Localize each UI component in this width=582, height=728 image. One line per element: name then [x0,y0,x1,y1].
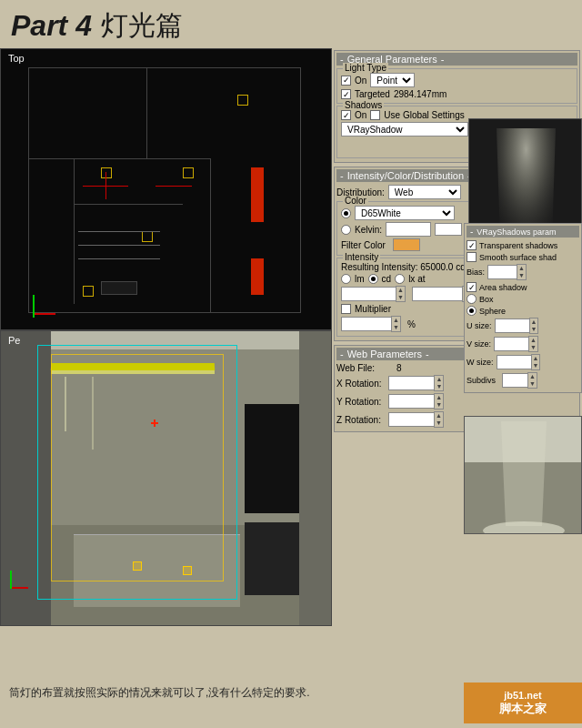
y-rotation-input[interactable]: 0.0 [388,394,434,409]
kelvin-swatch[interactable] [435,223,462,236]
multiplier-label: Multiplier [355,304,391,314]
smooth-checkbox[interactable] [467,252,477,262]
smooth-label: Smooth surface shad [479,253,557,262]
box-row: Box [467,294,579,304]
x-rotation-spinbox[interactable]: 0.0 ▲ ▼ [388,375,444,391]
v-size-spinbox[interactable]: 50.0mm ▲ ▼ [494,336,538,352]
shadows-label: Shadows [343,100,384,110]
bottom-preview-svg [465,417,582,534]
header: Part 4 灯光篇 [0,0,582,48]
u-down[interactable]: ▼ [530,326,538,333]
color-preset-radio[interactable] [341,208,351,218]
y-rotation-spinbox[interactable]: 0.0 ▲ ▼ [388,393,444,410]
area-shadow-row: Area shadow [467,282,579,292]
on-checkbox[interactable] [341,76,351,86]
intensity-input[interactable]: 65000.0 [341,287,396,301]
subdivs-down[interactable]: ▼ [528,380,537,388]
subdivs-spinbox[interactable]: 15 ▲ ▼ [502,372,537,389]
intensity-group-label: Intensity [343,252,380,262]
area-shadow-label: Area shadow [479,283,527,292]
kelvin-radio[interactable] [341,225,351,235]
bottom-viewport[interactable]: Pe [0,330,332,626]
logo-line2: 脚本之家 [499,701,547,717]
left-panel: Top [0,48,332,713]
bottom-text: 筒灯的布置就按照实际的情况来就可以了,没有什么特定的要求. [9,685,455,701]
web-file-value: 8 [396,363,402,373]
v-size-input[interactable]: 50.0mm [494,337,528,351]
intensity-up[interactable]: ▲ [396,287,405,294]
subdivs-up[interactable]: ▲ [528,373,537,380]
x-rotation-input[interactable]: 0.0 [388,376,434,390]
u-size-row: U size: 50.0mm ▲ ▼ [467,318,579,334]
filter-swatch[interactable] [393,238,420,251]
yrot-up[interactable]: ▲ [435,394,443,401]
box-radio[interactable] [467,294,477,304]
sphere-radio[interactable] [467,306,477,316]
subdivs-label: Subdivs [467,376,496,385]
bottom-preview [464,416,582,534]
multiplier-input[interactable]: 100.0 [341,317,391,331]
mult-down[interactable]: ▼ [392,324,400,331]
intensity-title: Intensity/Color/Distribution [347,170,464,181]
zrot-down[interactable]: ▼ [435,420,443,427]
lxat-radio[interactable] [395,274,405,284]
top-viewport[interactable]: Top [0,48,332,330]
multiplier-checkbox[interactable] [341,304,351,314]
percent-label: % [407,319,416,329]
web-file-label: Web File: [336,363,375,373]
yrot-down[interactable]: ▼ [435,401,443,409]
w-size-spinbox[interactable]: 50.0mm ▲ ▼ [497,354,541,370]
sphere-label: Sphere [479,307,506,316]
cd-radio[interactable] [368,274,378,284]
v-up[interactable]: ▲ [529,337,537,344]
v-size-label: V size: [467,339,491,349]
u-size-spinbox[interactable]: 50.0mm ▲ ▼ [495,318,539,334]
resulting-label: Resulting Intensity: 65000.0 cd [341,262,466,272]
intensity-down[interactable]: ▼ [396,294,405,301]
u-size-input[interactable]: 50.0mm [495,318,529,333]
vray-shadows-title: VRayShadows param [477,228,556,237]
kelvin-input[interactable]: 3600.0 [386,222,431,237]
intensity-spinbox[interactable]: 65000.0 ▲ ▼ [341,286,406,302]
at-spinbox[interactable]: 1000.0mr ▲ ▼ [412,286,472,302]
z-rotation-input[interactable]: 0.0 [388,412,434,427]
filter-label: Filter Color [341,240,386,250]
part-label: Part 4 [11,9,92,43]
xrot-up[interactable]: ▲ [435,376,443,383]
use-global-checkbox[interactable] [370,110,380,120]
color-preset-select[interactable]: D65White [355,206,455,220]
mult-up[interactable]: ▲ [392,317,400,324]
transparent-label: Transparent shadows [479,241,557,250]
title-cn: 灯光篇 [101,7,183,45]
at-input[interactable]: 1000.0mr [412,287,462,301]
w-up[interactable]: ▲ [532,355,540,362]
targeted-checkbox[interactable] [341,89,351,99]
targeted-value: 2984.147mm [394,89,447,99]
xrot-down[interactable]: ▼ [435,383,443,390]
shadow-type-select[interactable]: VRayShadow [341,122,468,136]
w-size-input[interactable]: 50.0mm [497,355,531,369]
area-shadow-checkbox[interactable] [467,282,477,292]
bias-down[interactable]: ▼ [517,272,526,279]
logo: jb51.net 脚本之家 [464,682,582,723]
z-rotation-spinbox[interactable]: 0.0 ▲ ▼ [388,411,444,428]
subdivs-input[interactable]: 15 [502,373,527,388]
shadows-on-checkbox[interactable] [341,110,351,120]
lm-label: lm [355,274,365,284]
w-size-row: W size: 50.0mm ▲ ▼ [467,354,579,370]
v-down[interactable]: ▼ [529,344,537,351]
bias-spinbox[interactable]: 0.2 ▲ ▼ [487,264,527,280]
lm-radio[interactable] [341,274,351,284]
multiplier-spinbox[interactable]: 100.0 ▲ ▼ [341,316,401,332]
bias-input[interactable]: 0.2 [487,265,517,279]
transparent-checkbox[interactable] [467,240,477,250]
transparent-row: Transparent shadows [467,240,579,250]
w-down[interactable]: ▼ [532,362,540,369]
light-type-select[interactable]: Point [370,73,415,87]
smooth-row: Smooth surface shad [467,252,579,262]
bias-up[interactable]: ▲ [517,265,526,272]
distribution-select[interactable]: Web [388,185,461,199]
u-up[interactable]: ▲ [530,318,538,326]
zrot-up[interactable]: ▲ [435,412,443,420]
logo-line1: jb51.net [504,690,542,701]
